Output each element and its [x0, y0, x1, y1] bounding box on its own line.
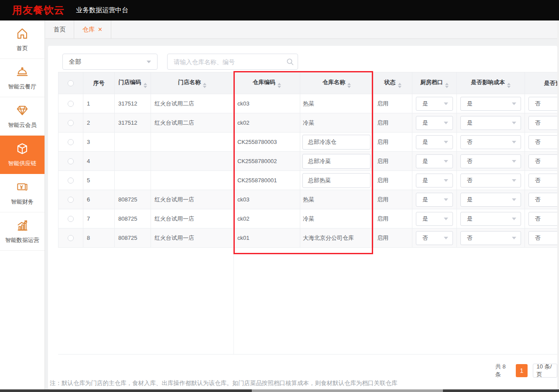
table-body: 1317512红火台试用二店ck03热菜启用是是否2317512红火台试用二店c…: [58, 94, 558, 248]
column-header[interactable]: 门店名称: [151, 72, 234, 94]
finance-icon: [16, 181, 29, 195]
radio-button[interactable]: [68, 235, 74, 241]
sidebar-item-finance[interactable]: 智能财务: [0, 174, 45, 212]
cell-dropdown[interactable]: 是: [416, 116, 453, 130]
cell-kitchen-station: 是: [412, 171, 457, 190]
cell-dropdown[interactable]: 否: [460, 154, 521, 168]
cell-dropdown[interactable]: 是: [416, 154, 453, 168]
sort-icon[interactable]: [278, 83, 281, 88]
cell-asset-warehouse: 否: [525, 209, 558, 228]
column-header-label: 仓库名称: [322, 79, 345, 85]
cell-dropdown[interactable]: 是: [416, 135, 453, 149]
cell-status: 启用: [374, 171, 412, 190]
cell-dropdown[interactable]: 否: [416, 231, 453, 245]
table-row: 6808725红火台试用一店ck03热菜启用是是否: [58, 190, 558, 209]
cell-warehouse-name: 大海北京分公司仓库: [300, 228, 374, 248]
warehouse-name-input[interactable]: 总部冷冻仓: [302, 135, 370, 150]
cell-store-code: 808725: [115, 228, 151, 248]
cell-affects-cost: 否: [457, 171, 525, 190]
chevron-down-icon: [444, 141, 448, 143]
radio-button[interactable]: [68, 80, 74, 86]
radio-button[interactable]: [68, 139, 74, 145]
cell-dropdown[interactable]: 是: [460, 97, 521, 111]
column-header[interactable]: 状态: [374, 72, 412, 94]
cell-dropdown[interactable]: 否: [460, 174, 521, 187]
sort-icon[interactable]: [507, 83, 511, 88]
sidebar-item-cloud-member[interactable]: 智能云会员: [0, 97, 45, 136]
column-header[interactable]: 厨房档口: [412, 72, 457, 94]
radio-button[interactable]: [68, 120, 74, 126]
cell-store-name: [151, 133, 234, 152]
sort-icon[interactable]: [445, 83, 449, 88]
footnote: 注：默认仓库为门店的主仓库，食材入库、出库操作都默认为该仓库。如门店菜品按照档口…: [50, 379, 398, 387]
column-header[interactable]: 仓库名称: [300, 72, 374, 94]
column-header[interactable]: 仓库编码: [234, 72, 300, 94]
cell-dropdown[interactable]: 是: [416, 193, 453, 207]
column-header[interactable]: 门店编码: [115, 72, 151, 94]
tab-label: 首页: [54, 26, 66, 34]
radio-button[interactable]: [68, 101, 74, 107]
sidebar-item-home[interactable]: 首页: [0, 20, 45, 59]
app-logo: 用友餐饮云: [12, 3, 65, 17]
tab-warehouse[interactable]: 仓库 ✕: [74, 20, 111, 38]
cell-select: [58, 171, 83, 190]
column-header[interactable]: 是否影响成本: [457, 72, 525, 94]
sidebar-item-cloud-restaurant[interactable]: 智能云餐厅: [0, 59, 45, 97]
sort-icon[interactable]: [347, 83, 351, 88]
cell-dropdown[interactable]: 否: [528, 97, 557, 111]
cell-dropdown[interactable]: 否: [528, 231, 557, 245]
cell-dropdown[interactable]: 否: [528, 174, 557, 187]
cell-dropdown[interactable]: 否: [528, 212, 557, 226]
cell-dropdown[interactable]: 否: [460, 135, 521, 149]
sidebar-item-supply-chain[interactable]: 智能供应链: [0, 136, 45, 174]
cell-affects-cost: 否: [457, 228, 525, 248]
tab-home[interactable]: 首页: [45, 20, 74, 38]
cell-dropdown[interactable]: 是: [460, 193, 521, 207]
cell-dropdown[interactable]: 否: [528, 116, 557, 130]
cell-dropdown[interactable]: 是: [460, 116, 521, 130]
chevron-down-icon: [512, 179, 516, 182]
sidebar-item-data-operations[interactable]: 智能数据运营: [0, 212, 45, 251]
radio-button[interactable]: [68, 177, 74, 184]
chevron-down-icon: [512, 102, 516, 105]
chevron-down-icon: [444, 218, 448, 220]
warehouse-name-value: 总部冷菜: [308, 157, 331, 165]
cell-dropdown[interactable]: 否: [460, 231, 521, 245]
column-header-label: 是否影响成本: [471, 79, 505, 85]
cell-store-code: [115, 152, 151, 171]
cell-dropdown[interactable]: 是: [416, 212, 453, 226]
cell-warehouse-name: 总部热菜: [300, 171, 374, 190]
cell-warehouse-code: CK2558780002: [234, 152, 300, 171]
cell-dropdown-value: 是: [467, 196, 473, 204]
sort-icon[interactable]: [203, 83, 206, 88]
scope-select[interactable]: 全部: [62, 54, 158, 70]
horizontal-scrollbar-thumb[interactable]: [252, 389, 443, 392]
close-icon[interactable]: ✕: [98, 27, 103, 32]
cell-dropdown[interactable]: 是: [416, 174, 453, 187]
cell-dropdown[interactable]: 是: [416, 97, 453, 111]
warehouse-name-input[interactable]: 总部热菜: [302, 173, 370, 188]
vertical-scrollbar-track[interactable]: [557, 20, 559, 389]
cell-dropdown-value: 否: [422, 234, 428, 242]
cell-dropdown[interactable]: 否: [528, 135, 557, 149]
cell-dropdown[interactable]: 否: [528, 154, 557, 168]
search-input[interactable]: [167, 54, 298, 70]
table-row: 1317512红火台试用二店ck03热菜启用是是否: [58, 94, 558, 113]
cell-affects-cost: 否: [457, 152, 525, 171]
radio-button[interactable]: [68, 197, 74, 203]
search-icon[interactable]: [286, 58, 294, 67]
pagination-page-1-button[interactable]: 1: [516, 364, 527, 377]
pagination-total: 共 8 条: [495, 363, 511, 378]
cell-dropdown[interactable]: 是: [460, 212, 521, 226]
radio-button[interactable]: [68, 216, 74, 222]
sort-icon[interactable]: [398, 83, 401, 88]
cell-kitchen-station: 是: [412, 133, 457, 152]
table-row: 2317512红火台试用二店ck02冷菜启用是是否: [58, 113, 558, 133]
horizontal-scrollbar-track[interactable]: [0, 389, 559, 392]
cell-dropdown[interactable]: 否: [528, 193, 557, 207]
warehouse-name-input[interactable]: 总部冷菜: [302, 154, 370, 169]
page-size-select[interactable]: 10 条/页: [533, 364, 557, 378]
radio-button[interactable]: [68, 158, 74, 164]
cell-warehouse-name: 总部冷冻仓: [300, 133, 374, 152]
sort-icon[interactable]: [144, 83, 147, 88]
